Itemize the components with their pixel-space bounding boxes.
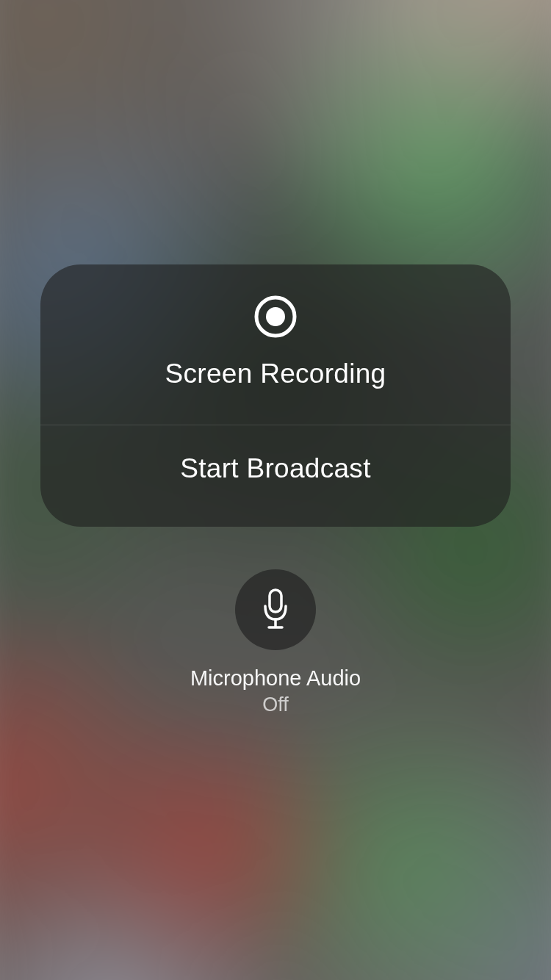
microphone-status: Off (262, 693, 289, 716)
record-icon (254, 295, 297, 338)
microphone-toggle-button[interactable] (235, 569, 316, 650)
start-broadcast-button[interactable]: Start Broadcast (40, 425, 511, 527)
screen-recording-title: Screen Recording (165, 359, 386, 389)
microphone-icon (261, 588, 290, 631)
microphone-title: Microphone Audio (190, 666, 361, 691)
control-center-expanded: Screen Recording Start Broadcast Microph… (0, 0, 551, 980)
svg-point-1 (266, 307, 285, 326)
microphone-section: Microphone Audio Off (190, 569, 361, 716)
start-broadcast-label: Start Broadcast (180, 453, 371, 484)
svg-rect-2 (270, 590, 281, 612)
screen-recording-header: Screen Recording (40, 264, 511, 425)
screen-recording-card: Screen Recording Start Broadcast (40, 264, 511, 527)
